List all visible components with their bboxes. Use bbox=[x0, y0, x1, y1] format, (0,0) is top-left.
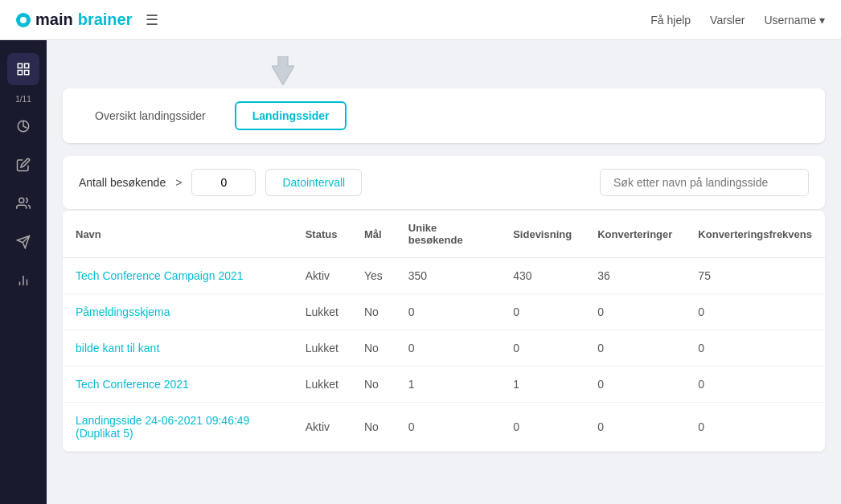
help-link[interactable]: Få hjelp bbox=[650, 14, 691, 27]
gt-symbol: > bbox=[175, 176, 182, 189]
sidebar-item-analytics[interactable] bbox=[7, 264, 39, 297]
cell-unike: 350 bbox=[396, 258, 500, 294]
sidebar-item-pages[interactable] bbox=[7, 53, 39, 85]
chevron-down-icon: ▾ bbox=[819, 14, 825, 27]
landing-pages-table: Navn Status Mål Unike besøkende Sidevisn… bbox=[63, 211, 825, 452]
cell-frekvens: 0 bbox=[685, 330, 825, 367]
cell-konverteringer: 0 bbox=[585, 367, 685, 403]
cell-navn[interactable]: Landingsside 24-06-2021 09:46:49 (Duplik… bbox=[63, 403, 293, 452]
logo-brainer: brainer bbox=[78, 10, 133, 29]
left-sidebar: 1/11 bbox=[0, 40, 47, 504]
cell-konverteringer: 0 bbox=[585, 403, 685, 452]
svg-point-5 bbox=[19, 198, 24, 203]
cell-navn[interactable]: bilde kant til kant bbox=[63, 330, 293, 367]
visitors-input[interactable] bbox=[191, 169, 256, 196]
cell-frekvens: 0 bbox=[685, 294, 825, 330]
cell-status: Lukket bbox=[293, 294, 351, 330]
cell-status: Aktiv bbox=[293, 403, 351, 452]
cell-unike: 1 bbox=[396, 367, 500, 403]
cell-sidevisning: 430 bbox=[500, 258, 585, 294]
sidebar-item-edit[interactable] bbox=[7, 149, 39, 181]
cell-status: Aktiv bbox=[293, 258, 351, 294]
visitors-label: Antall besøkende bbox=[79, 176, 166, 189]
svg-rect-0 bbox=[18, 64, 22, 68]
table-row: Tech Conference Campaign 2021AktivYes350… bbox=[63, 258, 825, 294]
username-label: Username bbox=[764, 14, 816, 27]
svg-rect-2 bbox=[18, 71, 22, 75]
col-sidevisning: Sidevisning bbox=[500, 211, 585, 258]
col-status: Status bbox=[293, 211, 351, 258]
arrow-indicator bbox=[63, 56, 825, 85]
table-row: bilde kant til kantLukketNo0000 bbox=[63, 330, 825, 367]
cell-navn[interactable]: Tech Conference Campaign 2021 bbox=[63, 258, 293, 294]
tab-bar: Oversikt landingssider Landingssider bbox=[63, 88, 825, 143]
cell-frekvens: 0 bbox=[685, 403, 825, 452]
cell-navn[interactable]: Påmeldingsskjema bbox=[63, 294, 293, 330]
top-navigation: mainbrainer ☰ Få hjelp Varsler Username … bbox=[0, 0, 841, 40]
svg-rect-3 bbox=[25, 71, 29, 75]
col-unike: Unike besøkende bbox=[396, 211, 500, 258]
cell-maal: No bbox=[351, 330, 396, 367]
username-menu[interactable]: Username ▾ bbox=[764, 14, 825, 27]
cell-unike: 0 bbox=[396, 330, 500, 367]
notifications-link[interactable]: Varsler bbox=[710, 14, 745, 27]
sidebar-item-dashboard[interactable] bbox=[7, 110, 39, 142]
nav-left: mainbrainer ☰ bbox=[16, 10, 158, 29]
svg-marker-11 bbox=[272, 56, 294, 85]
cell-sidevisning: 0 bbox=[500, 330, 585, 367]
cell-unike: 0 bbox=[396, 403, 500, 452]
table-row: Landingsside 24-06-2021 09:46:49 (Duplik… bbox=[63, 403, 825, 452]
cell-maal: Yes bbox=[351, 258, 396, 294]
cell-unike: 0 bbox=[396, 294, 500, 330]
cell-status: Lukket bbox=[293, 367, 351, 403]
logo: mainbrainer bbox=[16, 10, 133, 29]
cell-status: Lukket bbox=[293, 330, 351, 367]
down-arrow-icon bbox=[272, 56, 294, 85]
cell-maal: No bbox=[351, 367, 396, 403]
cell-sidevisning: 1 bbox=[500, 367, 585, 403]
col-frekvens: Konverteringsfrekvens bbox=[685, 211, 825, 258]
cell-konverteringer: 0 bbox=[585, 294, 685, 330]
filter-left: Antall besøkende > Datointervall bbox=[79, 169, 362, 196]
filter-bar: Antall besøkende > Datointervall bbox=[63, 156, 825, 209]
date-interval-button[interactable]: Datointervall bbox=[265, 169, 362, 196]
col-navn: Navn bbox=[63, 211, 293, 258]
search-container bbox=[600, 169, 809, 196]
cell-maal: No bbox=[351, 294, 396, 330]
cell-frekvens: 0 bbox=[685, 367, 825, 403]
nav-right: Få hjelp Varsler Username ▾ bbox=[650, 14, 825, 27]
col-maal: Mål bbox=[351, 211, 396, 258]
page-indicator: 1/11 bbox=[15, 95, 31, 104]
cell-konverteringer: 0 bbox=[585, 330, 685, 367]
logo-icon bbox=[16, 13, 31, 27]
table-row: PåmeldingsskjemaLukketNo0000 bbox=[63, 294, 825, 330]
sidebar-item-users[interactable] bbox=[7, 187, 39, 219]
cell-navn[interactable]: Tech Conference 2021 bbox=[63, 367, 293, 403]
cell-maal: No bbox=[351, 403, 396, 452]
tab-landingssider[interactable]: Landingssider bbox=[235, 101, 347, 130]
cell-konverteringer: 36 bbox=[585, 258, 685, 294]
col-konverteringer: Konverteringer bbox=[585, 211, 685, 258]
cell-sidevisning: 0 bbox=[500, 294, 585, 330]
table-header-row: Navn Status Mål Unike besøkende Sidevisn… bbox=[63, 211, 825, 258]
table-row: Tech Conference 2021LukketNo1100 bbox=[63, 367, 825, 403]
hamburger-menu[interactable]: ☰ bbox=[146, 11, 158, 29]
sidebar-item-send[interactable] bbox=[7, 226, 39, 258]
logo-main: main bbox=[35, 10, 73, 29]
cell-frekvens: 75 bbox=[685, 258, 825, 294]
tab-oversikt[interactable]: Oversikt landingssider bbox=[79, 103, 222, 129]
cell-sidevisning: 0 bbox=[500, 403, 585, 452]
main-content: Oversikt landingssider Landingssider Ant… bbox=[47, 40, 841, 504]
svg-rect-1 bbox=[25, 64, 29, 68]
search-input[interactable] bbox=[600, 169, 809, 196]
